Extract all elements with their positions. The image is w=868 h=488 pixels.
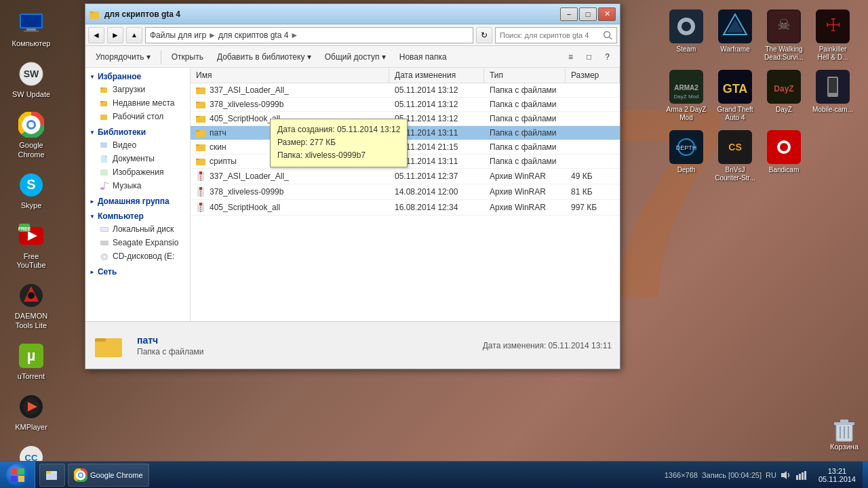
nav-item-recent[interactable]: Недавние места [85,96,190,110]
nav-item-seagate[interactable]: Seagate Expansio [85,236,190,249]
refresh-button[interactable]: ↻ [476,27,492,43]
nav-section-favorites-header[interactable]: ▼ Избранное [85,70,190,83]
explorer-window: для скриптов gta 4 − □ ✕ ◄ ► ▲ Файлы для… [85,3,620,369]
svg-text:µ: µ [27,347,36,364]
minimize-button[interactable]: − [560,7,578,21]
svg-text:DEPTH: DEPTH [676,144,697,151]
new-folder-button[interactable]: Новая папка [393,48,453,66]
col-type[interactable]: Тип [484,68,566,83]
search-box[interactable] [495,27,617,43]
desktop-icon-kmplayer[interactable]: KMPlayer [7,390,56,434]
taskbar-explorer[interactable] [39,464,65,487]
svg-rect-1 [21,15,41,27]
open-button[interactable]: Открыть [165,48,210,66]
file-row[interactable]: 337_ASI_Loader_All_ 05.11.2014 13:12 Пап… [191,83,620,98]
file-row[interactable]: 378_xliveless-0999b 05.11.2014 13:12 Пап… [191,98,620,112]
nav-item-desktop[interactable]: Рабочий стол [85,110,190,123]
up-button[interactable]: ▲ [126,27,142,43]
file-row[interactable]: 378_xliveless-0999b 14.08.2014 12:00 Арх… [191,184,620,200]
desktop-icon-bandicam[interactable]: Bandicam [761,127,807,185]
add-library-button[interactable]: Добавить в библиотеку ▾ [211,48,317,66]
desktop-icon-youtube[interactable]: FREE Free YouTube [7,220,56,272]
desktop-icon-swupdate[interactable]: SW SW Update [7,58,56,102]
nav-item-localdisk[interactable]: Локальный диск [85,222,190,236]
nav-item-video[interactable]: Видео [85,138,190,152]
nav-item-downloads[interactable]: Загрузки [85,83,190,96]
file-size-cell [566,98,620,111]
taskbar-clock[interactable]: 13:21 05.11.2014 [812,467,863,483]
svg-rect-72 [100,169,108,176]
desktop-icon-cs[interactable]: CS BnVsJ Counter-Str... [712,127,758,185]
share-button[interactable]: Общий доступ ▾ [319,48,392,66]
desktop-icon-painkiller[interactable]: ☩ Painkiller Hell & D... [810,7,856,64]
preview-button[interactable]: □ [580,48,597,66]
svg-rect-125 [804,471,806,480]
close-button[interactable]: ✕ [598,7,616,21]
col-size[interactable]: Размер [566,68,620,83]
svg-rect-44 [829,78,837,93]
col-name[interactable]: Имя [191,68,389,83]
mobile-icon [816,70,850,104]
taskbar: Google Chrome 1366×768 Запись [00:04:25]… [0,461,868,488]
file-row[interactable]: 405_ScriptHook_all 16.08.2014 12:34 Архи… [191,200,620,216]
depth-icon: DEPTH [669,130,703,164]
search-input[interactable] [500,31,603,39]
breadcrumb-arrow-1: ► [208,30,216,40]
nav-item-cd[interactable]: CD-дисковод (E: [85,249,190,263]
nav-item-documents[interactable]: Документы [85,152,190,165]
back-button[interactable]: ◄ [88,27,104,43]
desktop-icon-twd[interactable]: ☠ The Walking Dead:Survi... [761,7,807,64]
arma2-icon-label: Arma 2 DayZ Mod [666,106,707,122]
chrome-icon [18,111,45,138]
clock-time: 13:21 [828,467,847,475]
desktop-icon-recycle[interactable]: Корзина [827,413,861,454]
nav-section-homegroup-header[interactable]: ► Домашняя группа [85,195,190,207]
nav-item-images[interactable]: Изображения [85,165,190,179]
status-name: патч [137,335,204,346]
start-button[interactable] [0,462,35,489]
nav-section-computer-header[interactable]: ▼ Компьютер [85,210,190,222]
desktop-icon-dayz[interactable]: DayZ DayZ [761,67,807,125]
file-type-cell: Папка с файлами [484,126,566,140]
file-row[interactable]: 337_ASI_Loader_All_ 05.11.2014 12:37 Арх… [191,169,620,184]
taskbar-chrome[interactable]: Google Chrome [68,464,149,487]
maximize-button[interactable]: □ [579,7,597,21]
svg-rect-68 [100,115,107,120]
desktop-icon-chrome[interactable]: Google Chrome [7,108,56,161]
content-area: ▼ Избранное Загрузки Недавние места [85,68,620,321]
desktop-icon-arma2[interactable]: ARMA2 DayZ Mod Arma 2 DayZ Mod [663,67,709,125]
file-type-cell: Архив WinRAR [484,200,566,215]
desktop-icon-gta4[interactable]: GTA Grand Theft Auto 4 [712,67,758,125]
speaker-icon[interactable] [781,470,791,481]
nav-section-libraries-label: Библиотеки [98,127,146,137]
desktop-icon-mobile[interactable]: Mobile-cam... [810,67,856,125]
swupdate-icon-label: SW Update [12,90,50,99]
desktop-icon-daemon[interactable]: DAEMON Tools Lite [7,279,56,332]
desktop-icon-warframe[interactable]: Warframe [712,7,758,64]
nav-section-libraries-header[interactable]: ▼ Библиотеки [85,126,190,138]
tray-recording: Запись [00:04:25] [702,471,762,479]
folder-icon [196,157,207,166]
forward-button[interactable]: ► [107,27,123,43]
nav-item-images-label: Изображения [113,167,163,177]
show-desktop-button[interactable] [863,462,868,489]
desktop-icon-skype[interactable]: S Skype [7,169,56,213]
svg-rect-98 [196,160,205,165]
organize-button[interactable]: Упорядочить ▾ [90,48,157,66]
col-date[interactable]: Дата изменения [389,68,484,83]
desktop-icon-depth[interactable]: DEPTH Depth [663,127,709,185]
address-path[interactable]: Файлы для игр ► для скриптов gta 4 ► [145,27,473,43]
nav-section-network-header[interactable]: ► Сеть [85,266,190,278]
file-name: скин [210,142,226,152]
help-button[interactable]: ? [599,48,616,66]
desktop-icon-utorrent[interactable]: µ uTorrent [7,340,56,384]
desktop-icon-computer[interactable]: Компьютер [7,7,56,51]
view-button[interactable]: ≡ [562,48,579,66]
steam-icon-label: Steam [677,45,696,54]
nav-item-downloads-label: Загрузки [113,85,145,94]
kmplayer-icon-label: KMPlayer [15,423,47,432]
desktop-icon-steam[interactable]: Steam [663,7,709,64]
utorrent-icon-label: uTorrent [18,372,45,381]
nav-item-music[interactable]: Музыка [85,179,190,192]
file-name: 378_xliveless-0999b [210,100,283,109]
